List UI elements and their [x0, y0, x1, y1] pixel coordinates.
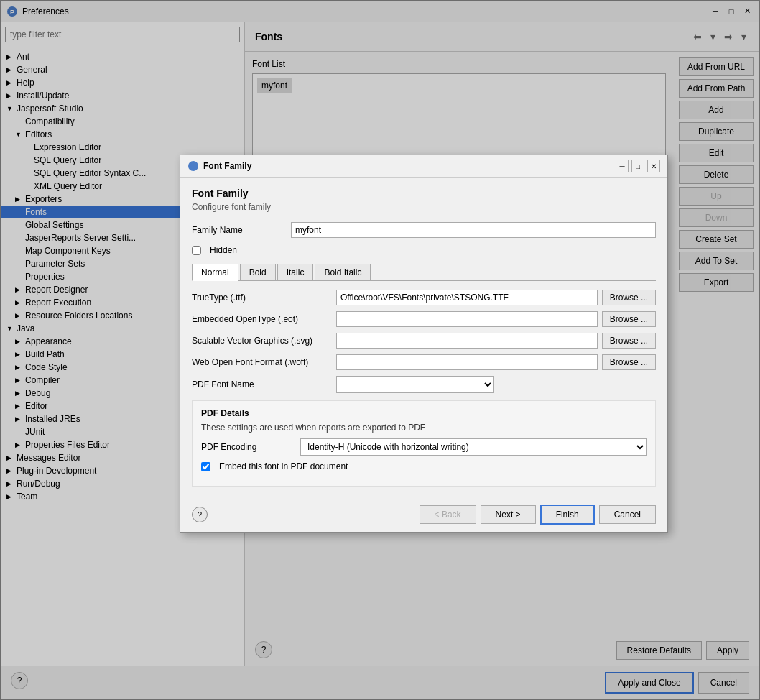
modal-titlebar: Font Family ─ □ ✕ — [180, 155, 667, 178]
tab-normal[interactable]: Normal — [192, 264, 238, 281]
eot-label: Embedded OpenType (.eot) — [192, 314, 332, 324]
embed-label: Embed this font in PDF document — [219, 461, 348, 471]
pdf-font-name-select[interactable] — [336, 376, 494, 393]
pdf-section-title: PDF Details — [201, 408, 647, 418]
embed-checkbox[interactable] — [201, 462, 210, 471]
encoding-row: PDF Encoding Identity-H (Unicode with ho… — [201, 438, 647, 456]
hidden-label: Hidden — [210, 245, 237, 255]
modal-title: Font Family — [203, 161, 611, 171]
woff-browse-button[interactable]: Browse ... — [602, 354, 656, 370]
svg-row: Scalable Vector Graphics (.svg) Browse .… — [192, 333, 656, 349]
modal-body: Font Family Configure font family Family… — [180, 178, 667, 497]
modal-footer: ? < Back Next > Finish Cancel — [180, 497, 667, 532]
modal-cancel-button[interactable]: Cancel — [599, 505, 656, 524]
svg-browse-button[interactable]: Browse ... — [602, 333, 656, 349]
family-name-input[interactable] — [291, 222, 656, 238]
truetype-browse-button[interactable]: Browse ... — [602, 290, 656, 305]
modal-controls: ─ □ ✕ — [616, 160, 660, 172]
woff-label: Web Open Font Format (.woff) — [192, 357, 332, 367]
modal-overlay: Font Family ─ □ ✕ Font Family Configure … — [0, 0, 760, 700]
pdf-encoding-select[interactable]: Identity-H (Unicode with horizontal writ… — [300, 438, 647, 456]
pdf-encoding-label: PDF Encoding — [201, 442, 295, 452]
pdf-note: These settings are used when reports are… — [201, 423, 647, 433]
eot-row: Embedded OpenType (.eot) Browse ... — [192, 311, 656, 327]
hidden-row: Hidden — [192, 245, 656, 255]
modal-next-button[interactable]: Next > — [481, 505, 536, 524]
modal-minimize-button[interactable]: ─ — [616, 160, 629, 172]
woff-input[interactable] — [336, 354, 598, 370]
modal-finish-button[interactable]: Finish — [540, 505, 595, 525]
svg-point-2 — [188, 161, 198, 171]
embed-row: Embed this font in PDF document — [201, 461, 647, 471]
modal-maximize-button[interactable]: □ — [631, 160, 644, 172]
truetype-label: TrueType (.ttf) — [192, 293, 332, 303]
svg-label: Scalable Vector Graphics (.svg) — [192, 336, 332, 346]
modal-close-button[interactable]: ✕ — [647, 160, 660, 172]
modal-back-button[interactable]: < Back — [420, 505, 476, 524]
tab-italic[interactable]: Italic — [277, 264, 314, 280]
eot-input[interactable] — [336, 311, 598, 327]
font-tabs: NormalBoldItalicBold Italic — [192, 264, 656, 281]
woff-row: Web Open Font Format (.woff) Browse ... — [192, 354, 656, 370]
pdf-section: PDF Details These settings are used when… — [192, 400, 656, 487]
pdf-font-name-label: PDF Font Name — [192, 379, 332, 390]
truetype-row: TrueType (.ttf) Browse ... — [192, 290, 656, 305]
eot-browse-button[interactable]: Browse ... — [602, 311, 656, 327]
modal-help-button[interactable]: ? — [192, 507, 208, 522]
modal-section-title: Font Family — [192, 188, 656, 199]
font-family-dialog: Font Family ─ □ ✕ Font Family Configure … — [180, 155, 668, 533]
modal-section-sub: Configure font family — [192, 202, 656, 212]
hidden-checkbox[interactable] — [192, 246, 201, 255]
family-name-row: Family Name — [192, 222, 656, 238]
svg-input[interactable] — [336, 333, 598, 349]
tab-bold[interactable]: Bold — [240, 264, 276, 280]
tab-bold-italic[interactable]: Bold Italic — [315, 264, 371, 280]
truetype-input[interactable] — [336, 290, 598, 305]
modal-icon — [187, 160, 199, 172]
pdf-font-name-row: PDF Font Name — [192, 376, 656, 393]
family-name-label: Family Name — [192, 225, 285, 235]
